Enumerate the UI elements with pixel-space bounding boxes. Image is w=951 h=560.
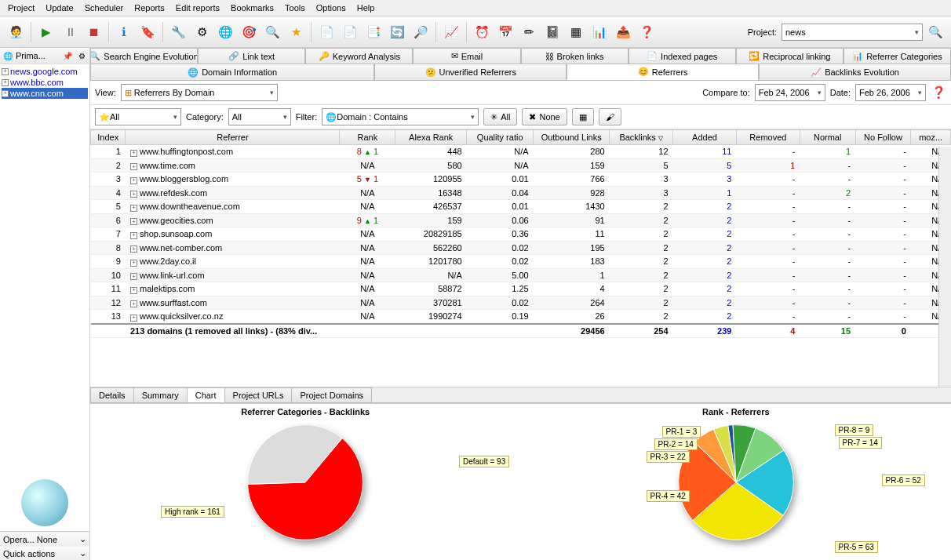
doc-search-icon[interactable]: 🔎 <box>410 21 432 43</box>
table-row[interactable]: 5+ www.downtheavenue.comN/A4265370.01143… <box>91 200 951 214</box>
schedule-icon[interactable]: 📅 <box>494 21 516 43</box>
menu-bookmarks[interactable]: Bookmarks <box>226 2 279 14</box>
menu-update[interactable]: Update <box>41 2 78 14</box>
tab-keyword-analysis[interactable]: 🔑Keyword Analysis <box>305 48 413 64</box>
columns-button[interactable]: ▦ <box>572 108 594 125</box>
chevron-down-icon[interactable]: ⌄ <box>79 548 86 558</box>
menu-edit-reports[interactable]: Edit reports <box>171 2 224 14</box>
tab-reciprocal-linking[interactable]: 🔁Reciprocal linking <box>736 48 844 64</box>
help-icon[interactable]: ❓ <box>636 21 658 43</box>
col-moz[interactable]: moz... <box>911 130 951 145</box>
tab-broken-links[interactable]: ⛓Broken links <box>521 48 629 64</box>
table-row[interactable]: 4+ www.refdesk.comN/A163480.0492831-2-N/… <box>91 186 951 200</box>
menu-scheduler[interactable]: Scheduler <box>80 2 129 14</box>
tree-item[interactable]: +www.cnn.com <box>2 88 88 99</box>
col-qualityratio[interactable]: Quality ratio <box>467 130 534 145</box>
expand-icon[interactable]: + <box>130 315 137 322</box>
bottom-tab-project-domains[interactable]: Project Domains <box>291 387 372 402</box>
tool-1-icon[interactable]: 🔧 <box>167 21 189 43</box>
tab-email[interactable]: ✉Email <box>413 48 520 64</box>
doc-copy-icon[interactable]: 📑 <box>363 21 384 43</box>
expand-icon[interactable]: + <box>130 150 137 157</box>
quick-actions-row[interactable]: Quick actions ⌄ <box>0 546 89 560</box>
chart-icon[interactable]: 📈 <box>440 21 462 43</box>
expand-icon[interactable]: + <box>2 90 9 97</box>
project-select[interactable]: news <box>782 24 923 41</box>
play-icon[interactable]: ▶ <box>35 21 57 43</box>
col-normal[interactable]: Normal <box>800 130 855 145</box>
vertical-scrollbar[interactable] <box>938 147 951 387</box>
tab-domain-information[interactable]: 🌐Domain Information <box>90 64 374 80</box>
expand-icon[interactable]: + <box>2 79 9 86</box>
col-alexarank[interactable]: Alexa Rank <box>395 130 467 145</box>
chevron-down-icon[interactable]: ⌄ <box>79 534 86 544</box>
table-row[interactable]: 6+ www.geocities.com9 ▲ 11590.069122---N… <box>91 213 951 227</box>
expand-icon[interactable]: + <box>130 191 137 198</box>
edit-icon[interactable]: ✏ <box>518 21 540 43</box>
filter-select[interactable]: 🌐 Domain : Contains <box>322 108 479 125</box>
grid-icon[interactable]: ▦ <box>565 21 587 43</box>
notebook-icon[interactable]: 📓 <box>541 21 563 43</box>
info-icon[interactable]: ℹ <box>113 21 135 43</box>
col-referrer[interactable]: Referrer <box>126 130 340 145</box>
table-row[interactable]: 13+ www.quicksilver.co.nzN/A19902740.192… <box>91 310 951 324</box>
menu-help[interactable]: Help <box>352 2 380 14</box>
doc-del-icon[interactable]: 📄 <box>339 21 361 43</box>
col-removed[interactable]: Removed <box>736 130 800 145</box>
table-row[interactable]: 8+ www.net-comber.comN/A5622600.0219522-… <box>91 241 951 255</box>
menu-tools[interactable]: Tools <box>280 2 310 14</box>
menu-project[interactable]: Project <box>3 2 39 14</box>
tab-backlinks-evolution[interactable]: 📈Backlinks Evolution <box>759 64 951 80</box>
date-select[interactable]: Feb 26, 2006 <box>855 84 926 101</box>
expand-icon[interactable]: + <box>130 163 137 170</box>
bottom-tab-details[interactable]: Details <box>90 387 134 402</box>
pin-icon[interactable]: 📌 <box>61 49 74 62</box>
table-row[interactable]: 10+ www.link-url.comN/AN/A5.00122---N/A <box>91 268 951 282</box>
col-outboundlinks[interactable]: Outbound Links <box>534 130 610 145</box>
filter-none-button[interactable]: ✖ None <box>522 108 567 125</box>
search-project-icon[interactable]: 🔍 <box>924 21 946 43</box>
filter-all-button[interactable]: ✳ All <box>483 108 517 125</box>
doc-new-icon[interactable]: 📄 <box>315 21 337 43</box>
menu-options[interactable]: Options <box>312 2 351 14</box>
expand-icon[interactable]: + <box>130 245 137 253</box>
pause-icon[interactable]: ⏸ <box>59 21 81 43</box>
expand-icon[interactable]: + <box>130 218 137 225</box>
stop-icon[interactable]: ⏹ <box>82 21 104 43</box>
doc-refresh-icon[interactable]: 🔄 <box>386 21 408 43</box>
table-row[interactable]: 1+ www.huffingtonpost.com8 ▲ 1448N/A2801… <box>91 145 951 159</box>
scope-select[interactable]: ⭐ All <box>95 108 181 125</box>
expand-icon[interactable]: + <box>130 232 137 239</box>
operations-row[interactable]: Opera... None ⌄ <box>0 532 89 546</box>
tab-search-engine-evolution[interactable]: 🔍Search Engine Evolution <box>90 48 198 64</box>
col-backlinks[interactable]: Backlinks ▽ <box>610 130 673 145</box>
expand-icon[interactable]: + <box>130 273 137 280</box>
tool-3-icon[interactable]: 🌐 <box>214 21 236 43</box>
tab-indexed-pages[interactable]: 📄Indexed pages <box>629 48 736 64</box>
view-select[interactable]: ⊞ Referrers By Domain <box>121 84 278 101</box>
tool-4-icon[interactable]: 🎯 <box>238 21 260 43</box>
col-nofollow[interactable]: No Follow <box>855 130 911 145</box>
bottom-tab-chart[interactable]: Chart <box>187 387 225 402</box>
bottom-tab-summary[interactable]: Summary <box>133 387 188 402</box>
table-row[interactable]: 12+ www.surffast.comN/A3702810.0226422--… <box>91 296 951 310</box>
col-rank[interactable]: Rank <box>340 130 395 145</box>
brush-button[interactable]: 🖌 <box>599 108 621 125</box>
col-index[interactable]: Index <box>91 130 126 145</box>
table-row[interactable]: 2+ www.time.comN/A580N/A159551--N/A <box>91 158 951 173</box>
expand-icon[interactable]: + <box>130 300 137 307</box>
expand-icon[interactable]: + <box>2 68 9 75</box>
tab-referrers[interactable]: 😊Referrers <box>567 64 759 80</box>
export-icon[interactable]: 📤 <box>612 21 634 43</box>
expand-icon[interactable]: + <box>130 177 137 184</box>
expand-icon[interactable]: + <box>130 260 137 267</box>
star-icon[interactable]: ★ <box>285 21 307 43</box>
report-icon[interactable]: 📊 <box>588 21 610 43</box>
tab-link-text[interactable]: 🔗Link text <box>198 48 305 64</box>
tab-referrer-categories[interactable]: 📊Referrer Categories <box>844 48 951 64</box>
col-added[interactable]: Added <box>673 130 737 145</box>
bottom-tab-project-urls[interactable]: Project URLs <box>224 387 293 402</box>
category-select[interactable]: All <box>228 108 291 125</box>
table-row[interactable]: 7+ shop.sunsoap.comN/A208291850.361122--… <box>91 227 951 242</box>
help-icon[interactable]: ❓ <box>931 85 946 100</box>
